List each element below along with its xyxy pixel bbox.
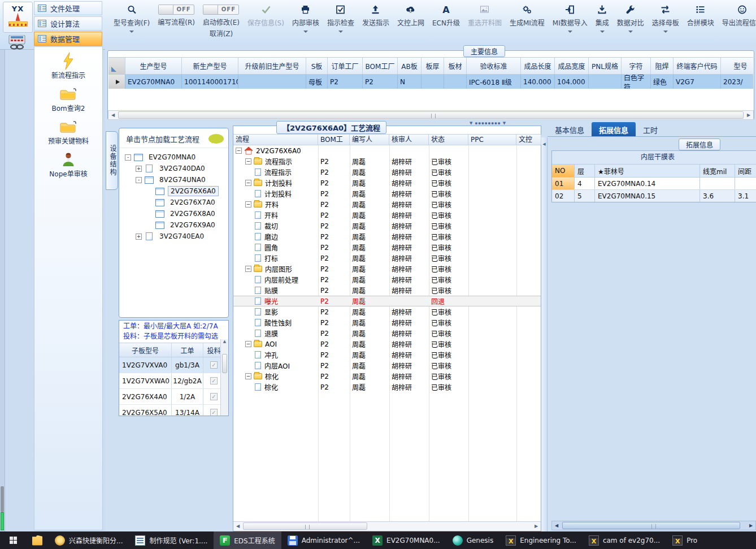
- scroll-thumb[interactable]: [118, 111, 744, 119]
- grid-col-header[interactable]: BOM工厂: [363, 58, 398, 74]
- process-row-AOI[interactable]: −AOI P2 周磊 胡梓研 已审核: [233, 339, 541, 349]
- grid-col-header[interactable]: 阻焊: [651, 58, 674, 74]
- checkbox-checked-icon[interactable]: ✓: [210, 361, 218, 369]
- toolbar-button-12[interactable]: 集成: [592, 0, 613, 33]
- chevron-down-icon[interactable]: [129, 31, 134, 33]
- process-row-计划投料[interactable]: −计划投料 P2 周磊 胡梓研 已审核: [233, 178, 541, 188]
- tree-node-2V2G76X8A0[interactable]: 2V2G76X8A0: [146, 208, 228, 219]
- collapse-icon[interactable]: −: [245, 158, 251, 165]
- taskbar-item-9[interactable]: Pro: [666, 531, 703, 549]
- film-col-header[interactable]: ★菲林号: [595, 165, 700, 177]
- start-button[interactable]: [0, 531, 26, 549]
- tree-node-2V2G76X7A0[interactable]: 2V2G76X7A0: [146, 197, 228, 208]
- checkbox-checked-icon[interactable]: ✓: [210, 409, 218, 416]
- toolbar-button-1[interactable]: OFF编写流程(R): [154, 0, 199, 27]
- sidebar-item-1[interactable]: Bom查询2: [34, 85, 102, 113]
- taskbar-item-8[interactable]: cam of ev2g70...: [583, 531, 666, 549]
- toggle-switch[interactable]: OFF: [158, 5, 194, 15]
- process-row-内层AOI[interactable]: 内层AOI P2 周磊 胡梓研 已审核: [233, 360, 541, 371]
- tree-node-EV2G70MNA0[interactable]: -EV2G70MNA0: [125, 152, 228, 163]
- subboard-row-2[interactable]: 2V2G76X4A0 1/2A ✓: [119, 389, 228, 405]
- grid-col-header[interactable]: 成品宽度: [555, 58, 589, 74]
- scroll-left-icon[interactable]: ◀: [233, 522, 242, 530]
- scroll-right-icon[interactable]: ▶: [746, 521, 755, 530]
- scroll-left-icon[interactable]: ◀: [552, 521, 561, 530]
- subboard-row-0[interactable]: 1V2G7VXVA0 gb1/3A ✓: [119, 357, 228, 373]
- toolbar-button-8[interactable]: AECN升级: [428, 0, 464, 27]
- chevron-down-icon[interactable]: [568, 31, 572, 33]
- process-row-计划投料[interactable]: 计划投料 P2 周磊 胡梓研 已审核: [233, 188, 541, 199]
- checkbox-checked-icon[interactable]: ✓: [210, 393, 218, 400]
- process-row-2V2G76X6A0[interactable]: −2V2G76X6A0: [233, 145, 541, 156]
- taskbar-item-5[interactable]: X EV2G70MNA0...: [366, 531, 446, 549]
- tab-1[interactable]: 拓展信息: [592, 122, 636, 136]
- process-row-内层前处理[interactable]: 内层前处理 P2 周磊 胡梓研 已审核: [233, 274, 541, 285]
- toolbar-button-14[interactable]: 选择母板: [648, 0, 683, 33]
- collapse-splitter[interactable]: ◀: [541, 137, 548, 531]
- film-col-header[interactable]: 线宽mil: [700, 165, 735, 177]
- tree-node-3V2G740EA0[interactable]: +3V2G740EA0: [136, 231, 228, 242]
- detail-hscrollbar[interactable]: ◀ ▶: [551, 521, 756, 530]
- grid-col-header[interactable]: AB板: [398, 58, 422, 74]
- process-row-开料[interactable]: −开料 P2 周磊 胡梓研 已审核: [233, 199, 541, 210]
- toggle-switch[interactable]: OFF: [203, 5, 239, 15]
- film-col-header[interactable]: 层: [575, 165, 595, 177]
- scroll-left-icon[interactable]: ◀: [108, 111, 118, 119]
- process-row-磨边[interactable]: 磨边 P2 周磊 胡梓研 已审核: [233, 231, 541, 242]
- process-row-曝光[interactable]: 曝光 P2 周磊 回退: [233, 296, 541, 306]
- process-row-冲孔[interactable]: 冲孔 P2 周磊 胡梓研 已审核: [233, 349, 541, 360]
- process-row-棕化[interactable]: −棕化 P2 周磊 胡梓研 已审核: [233, 371, 541, 382]
- film-row-1[interactable]: 02 5 EV2G70MNA0.15 3.6 3.1: [552, 190, 756, 202]
- film-col-header[interactable]: NO: [552, 165, 575, 177]
- process-col-header[interactable]: 编写人: [350, 135, 389, 145]
- select-all-cell[interactable]: [108, 58, 125, 74]
- grid-col-header[interactable]: 板材: [444, 58, 467, 74]
- taskbar-item-4[interactable]: Administrator^...: [281, 531, 366, 549]
- toolbar-button-13[interactable]: 数据对比: [613, 0, 648, 33]
- collapse-icon[interactable]: -: [125, 154, 131, 161]
- tree-node-3V2G740DA0[interactable]: +3V2G740DA0: [136, 163, 228, 174]
- scroll-right-icon[interactable]: ▶: [744, 111, 753, 119]
- grid-col-header[interactable]: PNL规格: [589, 58, 622, 74]
- chevron-down-icon[interactable]: [628, 31, 633, 33]
- toolbar-button-0[interactable]: 型号查询(F): [110, 0, 154, 33]
- taskbar-item-6[interactable]: Genesis: [446, 531, 500, 549]
- process-col-header[interactable]: 核审人: [389, 135, 429, 145]
- film-col-header[interactable]: 间距: [735, 165, 756, 177]
- process-row-裁切[interactable]: 裁切 P2 周磊 胡梓研 已审核: [233, 221, 541, 231]
- left-edge-scrollbar[interactable]: [0, 50, 5, 531]
- chevron-down-icon[interactable]: [600, 31, 605, 33]
- toolbar-button-15[interactable]: 合拼模块: [683, 0, 718, 27]
- process-row-流程指示[interactable]: 流程指示 P2 周磊 胡梓研 已审核: [233, 167, 541, 178]
- subboard-row-1[interactable]: 1V2G7VXWA0 12/gb2A ✓: [119, 373, 228, 389]
- chevron-down-icon[interactable]: [303, 31, 308, 33]
- toolbar-button-6[interactable]: 发送指示: [358, 0, 393, 27]
- toolbar-button-5[interactable]: 指示检查: [323, 0, 358, 33]
- process-row-开料[interactable]: 开料 P2 周磊 胡梓研 已审核: [233, 210, 541, 221]
- sidebar-item-2[interactable]: 预审关键物料: [34, 118, 102, 145]
- tree-node-2V2G76X6A0[interactable]: 2V2G76X6A0: [146, 185, 228, 197]
- grid-col-header[interactable]: 型号: [721, 58, 753, 74]
- collapse-icon[interactable]: -: [136, 177, 142, 183]
- process-col-header[interactable]: 流程: [233, 135, 318, 145]
- taskbar-item-3[interactable]: F EDS工程系统: [214, 531, 281, 549]
- nav-tab-0[interactable]: 文件处理: [34, 1, 102, 15]
- nav-tab-2[interactable]: 数据管理: [34, 32, 102, 46]
- process-row-显影[interactable]: 显影 P2 周磊 胡梓研 已审核: [233, 306, 541, 317]
- film-row-0[interactable]: 01 4 EV2G70MNA0.14: [552, 178, 756, 190]
- scroll-thumb[interactable]: [243, 522, 367, 530]
- expand-icon[interactable]: +: [136, 166, 142, 172]
- process-col-header[interactable]: 文控: [516, 135, 541, 145]
- checkbox-checked-icon[interactable]: ✓: [210, 377, 218, 384]
- process-col-header[interactable]: 状态: [429, 135, 468, 145]
- process-row-棕化[interactable]: 棕化 P2 周磊 胡梓研 已审核: [233, 382, 541, 392]
- grid-col-header[interactable]: 字符: [622, 58, 651, 74]
- grid-col-header[interactable]: 新生产型号: [182, 58, 238, 74]
- grid-col-header[interactable]: 订单工厂: [328, 58, 363, 74]
- chevron-down-icon[interactable]: [338, 31, 343, 33]
- process-row-流程指示[interactable]: −流程指示 P2 周磊 胡梓研 已审核: [233, 156, 541, 167]
- grid-col-header[interactable]: S板: [306, 58, 328, 74]
- left-edge-scroll-thumb[interactable]: [1, 486, 4, 512]
- taskbar-item-0[interactable]: [26, 531, 49, 549]
- main-grid-hscrollbar[interactable]: ◀ ▶: [108, 110, 754, 120]
